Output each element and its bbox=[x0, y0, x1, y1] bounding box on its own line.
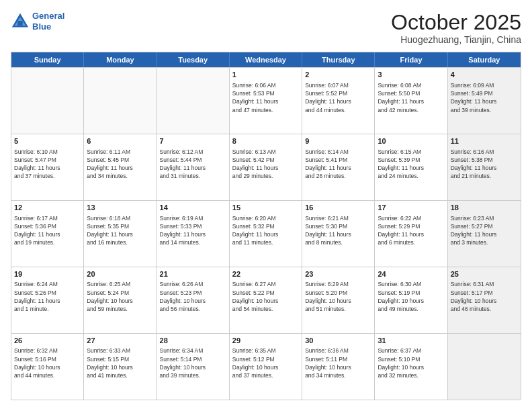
calendar-cell: 13Sunrise: 6:18 AM Sunset: 5:35 PM Dayli… bbox=[84, 201, 157, 267]
day-number: 21 bbox=[160, 269, 226, 279]
cell-info: Sunrise: 6:32 AM Sunset: 5:16 PM Dayligh… bbox=[14, 347, 81, 379]
weekday-header: Saturday bbox=[448, 52, 521, 67]
calendar-cell: 16Sunrise: 6:21 AM Sunset: 5:30 PM Dayli… bbox=[302, 201, 375, 267]
cell-info: Sunrise: 6:23 AM Sunset: 5:27 PM Dayligh… bbox=[451, 214, 518, 247]
day-number: 14 bbox=[160, 203, 226, 213]
day-number: 11 bbox=[451, 136, 518, 146]
cell-info: Sunrise: 6:11 AM Sunset: 5:45 PM Dayligh… bbox=[87, 148, 153, 181]
day-number: 22 bbox=[232, 269, 299, 279]
weekday-header: Monday bbox=[84, 52, 157, 67]
cell-info: Sunrise: 6:10 AM Sunset: 5:47 PM Dayligh… bbox=[14, 148, 81, 181]
day-number: 4 bbox=[451, 70, 518, 80]
day-number: 3 bbox=[378, 70, 444, 80]
day-number: 23 bbox=[305, 269, 371, 279]
day-number: 26 bbox=[14, 336, 81, 346]
location: Huogezhuang, Tianjin, China bbox=[391, 34, 521, 45]
day-number: 12 bbox=[14, 203, 81, 213]
calendar-header: SundayMondayTuesdayWednesdayThursdayFrid… bbox=[11, 52, 521, 67]
calendar-cell: 11Sunrise: 6:16 AM Sunset: 5:38 PM Dayli… bbox=[448, 134, 521, 200]
day-number: 6 bbox=[87, 136, 153, 146]
day-number: 16 bbox=[305, 203, 371, 213]
cell-info: Sunrise: 6:15 AM Sunset: 5:39 PM Dayligh… bbox=[378, 148, 444, 181]
calendar: SundayMondayTuesdayWednesdayThursdayFrid… bbox=[11, 52, 521, 400]
calendar-cell: 14Sunrise: 6:19 AM Sunset: 5:33 PM Dayli… bbox=[157, 201, 230, 267]
cell-info: Sunrise: 6:17 AM Sunset: 5:36 PM Dayligh… bbox=[14, 214, 81, 247]
calendar-cell: 29Sunrise: 6:35 AM Sunset: 5:12 PM Dayli… bbox=[230, 334, 302, 400]
calendar-cell: 27Sunrise: 6:33 AM Sunset: 5:15 PM Dayli… bbox=[84, 334, 157, 400]
day-number: 8 bbox=[232, 136, 299, 146]
cell-info: Sunrise: 6:09 AM Sunset: 5:49 PM Dayligh… bbox=[451, 81, 518, 114]
cell-info: Sunrise: 6:35 AM Sunset: 5:12 PM Dayligh… bbox=[232, 347, 299, 379]
calendar-body: 1Sunrise: 6:06 AM Sunset: 5:53 PM Daylig… bbox=[11, 67, 521, 400]
calendar-cell: 2Sunrise: 6:07 AM Sunset: 5:52 PM Daylig… bbox=[302, 68, 375, 134]
day-number: 19 bbox=[14, 269, 81, 279]
day-number: 15 bbox=[232, 203, 299, 213]
weekday-header: Thursday bbox=[302, 52, 375, 67]
cell-info: Sunrise: 6:16 AM Sunset: 5:38 PM Dayligh… bbox=[451, 148, 518, 181]
cell-info: Sunrise: 6:12 AM Sunset: 5:44 PM Dayligh… bbox=[160, 148, 226, 181]
page: General Blue October 2025 Huogezhuang, T… bbox=[0, 0, 532, 411]
day-number: 5 bbox=[14, 136, 81, 146]
calendar-cell: 1Sunrise: 6:06 AM Sunset: 5:53 PM Daylig… bbox=[230, 68, 302, 134]
calendar-cell: 26Sunrise: 6:32 AM Sunset: 5:16 PM Dayli… bbox=[11, 334, 84, 400]
calendar-cell: 24Sunrise: 6:30 AM Sunset: 5:19 PM Dayli… bbox=[375, 267, 447, 333]
day-number: 2 bbox=[305, 70, 371, 80]
calendar-cell: 18Sunrise: 6:23 AM Sunset: 5:27 PM Dayli… bbox=[448, 201, 521, 267]
day-number: 25 bbox=[451, 269, 518, 279]
title-block: October 2025 Huogezhuang, Tianjin, China bbox=[391, 11, 521, 45]
cell-info: Sunrise: 6:26 AM Sunset: 5:23 PM Dayligh… bbox=[160, 280, 226, 313]
weekday-header: Friday bbox=[375, 52, 447, 67]
cell-info: Sunrise: 6:33 AM Sunset: 5:15 PM Dayligh… bbox=[87, 347, 153, 379]
calendar-cell: 8Sunrise: 6:13 AM Sunset: 5:42 PM Daylig… bbox=[230, 134, 302, 200]
calendar-cell: 19Sunrise: 6:24 AM Sunset: 5:26 PM Dayli… bbox=[11, 267, 84, 333]
calendar-row: 1Sunrise: 6:06 AM Sunset: 5:53 PM Daylig… bbox=[11, 67, 521, 134]
calendar-cell bbox=[157, 68, 230, 134]
calendar-cell: 5Sunrise: 6:10 AM Sunset: 5:47 PM Daylig… bbox=[11, 134, 84, 200]
calendar-row: 26Sunrise: 6:32 AM Sunset: 5:16 PM Dayli… bbox=[11, 333, 521, 400]
day-number: 17 bbox=[378, 203, 444, 213]
logo: General Blue bbox=[11, 11, 64, 32]
cell-info: Sunrise: 6:34 AM Sunset: 5:14 PM Dayligh… bbox=[160, 347, 226, 379]
day-number: 24 bbox=[378, 269, 444, 279]
calendar-cell: 21Sunrise: 6:26 AM Sunset: 5:23 PM Dayli… bbox=[157, 267, 230, 333]
logo-text: General Blue bbox=[32, 11, 64, 32]
calendar-cell: 3Sunrise: 6:08 AM Sunset: 5:50 PM Daylig… bbox=[375, 68, 447, 134]
cell-info: Sunrise: 6:06 AM Sunset: 5:53 PM Dayligh… bbox=[232, 81, 299, 114]
calendar-cell: 25Sunrise: 6:31 AM Sunset: 5:17 PM Dayli… bbox=[448, 267, 521, 333]
day-number: 7 bbox=[160, 136, 226, 146]
day-number: 1 bbox=[232, 70, 299, 80]
day-number: 13 bbox=[87, 203, 153, 213]
day-number: 29 bbox=[232, 336, 299, 346]
calendar-cell: 17Sunrise: 6:22 AM Sunset: 5:29 PM Dayli… bbox=[375, 201, 447, 267]
cell-info: Sunrise: 6:37 AM Sunset: 5:10 PM Dayligh… bbox=[378, 347, 444, 379]
cell-info: Sunrise: 6:19 AM Sunset: 5:33 PM Dayligh… bbox=[160, 214, 226, 247]
cell-info: Sunrise: 6:36 AM Sunset: 5:11 PM Dayligh… bbox=[305, 347, 371, 379]
cell-info: Sunrise: 6:20 AM Sunset: 5:32 PM Dayligh… bbox=[232, 214, 299, 247]
cell-info: Sunrise: 6:24 AM Sunset: 5:26 PM Dayligh… bbox=[14, 280, 81, 313]
calendar-cell: 30Sunrise: 6:36 AM Sunset: 5:11 PM Dayli… bbox=[302, 334, 375, 400]
weekday-header: Tuesday bbox=[157, 52, 230, 67]
day-number: 30 bbox=[305, 336, 371, 346]
calendar-cell bbox=[84, 68, 157, 134]
day-number: 18 bbox=[451, 203, 518, 213]
cell-info: Sunrise: 6:30 AM Sunset: 5:19 PM Dayligh… bbox=[378, 280, 444, 313]
weekday-header: Wednesday bbox=[230, 52, 302, 67]
cell-info: Sunrise: 6:14 AM Sunset: 5:41 PM Dayligh… bbox=[305, 148, 371, 181]
cell-info: Sunrise: 6:18 AM Sunset: 5:35 PM Dayligh… bbox=[87, 214, 153, 247]
calendar-cell bbox=[11, 68, 84, 134]
calendar-cell: 31Sunrise: 6:37 AM Sunset: 5:10 PM Dayli… bbox=[375, 334, 447, 400]
cell-info: Sunrise: 6:27 AM Sunset: 5:22 PM Dayligh… bbox=[232, 280, 299, 313]
calendar-cell: 23Sunrise: 6:29 AM Sunset: 5:20 PM Dayli… bbox=[302, 267, 375, 333]
day-number: 10 bbox=[378, 136, 444, 146]
calendar-cell bbox=[448, 334, 521, 400]
logo-icon bbox=[11, 12, 30, 31]
cell-info: Sunrise: 6:13 AM Sunset: 5:42 PM Dayligh… bbox=[232, 148, 299, 181]
day-number: 28 bbox=[160, 336, 226, 346]
calendar-cell: 20Sunrise: 6:25 AM Sunset: 5:24 PM Dayli… bbox=[84, 267, 157, 333]
cell-info: Sunrise: 6:21 AM Sunset: 5:30 PM Dayligh… bbox=[305, 214, 371, 247]
calendar-cell: 12Sunrise: 6:17 AM Sunset: 5:36 PM Dayli… bbox=[11, 201, 84, 267]
calendar-row: 5Sunrise: 6:10 AM Sunset: 5:47 PM Daylig… bbox=[11, 134, 521, 200]
weekday-header: Sunday bbox=[11, 52, 84, 67]
calendar-cell: 10Sunrise: 6:15 AM Sunset: 5:39 PM Dayli… bbox=[375, 134, 447, 200]
cell-info: Sunrise: 6:25 AM Sunset: 5:24 PM Dayligh… bbox=[87, 280, 153, 313]
